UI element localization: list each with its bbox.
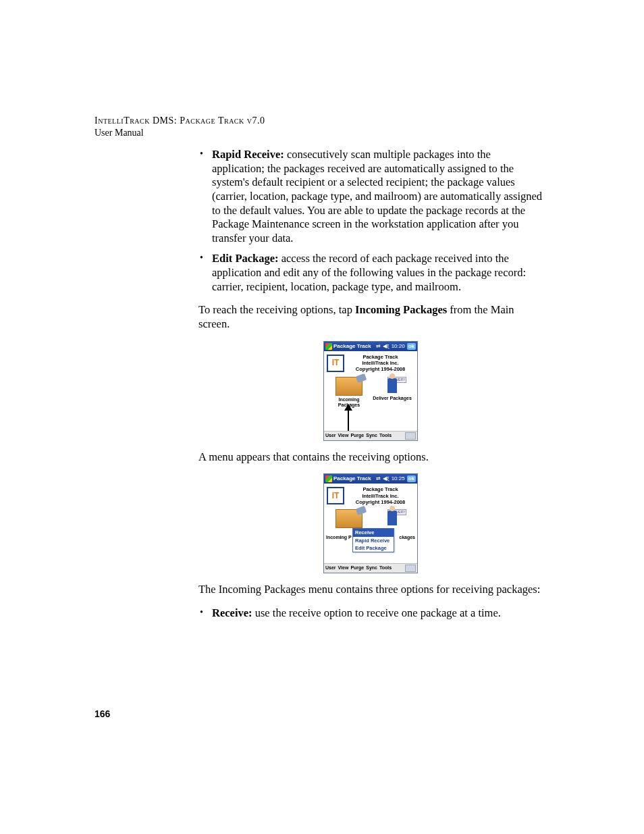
start-flag-icon <box>325 343 332 350</box>
bullet-lead: Rapid Receive: <box>212 148 284 161</box>
menu-sync[interactable]: Sync <box>366 565 377 571</box>
reach-pre: To reach the receiving options, tap <box>198 303 355 316</box>
copyright: Copyright 1994-2008 <box>346 499 414 505</box>
start-flag-icon <box>325 475 332 482</box>
deliver-packages-button[interactable]: DELIVERY Deliver Packages <box>373 377 412 409</box>
menu-view[interactable]: View <box>338 565 349 571</box>
bullet-rapid-receive: Rapid Receive: consecutively scan multip… <box>198 148 543 245</box>
volume-icon: ◀ξ <box>383 343 390 350</box>
pda-titlebar: Package Track ⇄ ◀ξ 10:20 ok <box>324 342 417 351</box>
copyright: Copyright 1994-2008 <box>346 366 414 372</box>
deliver-label: Deliver Packages <box>373 396 412 402</box>
pda-main-icons: Incoming Packages DELIVERY Deliver Packa… <box>327 377 414 409</box>
pda-clock: 10:25 <box>392 475 405 482</box>
pda-header-row: IT Package Track IntelliTrack Inc. Copyr… <box>327 354 414 373</box>
document-page: IntelliTrack DMS: Package Track v7.0 Use… <box>0 0 644 834</box>
reach-instruction: To reach the receiving options, tap Inco… <box>198 303 543 331</box>
incoming-packages-menu: Receive Rapid Receive Edit Package <box>352 528 394 552</box>
pda-menubar: User View Purge Sync Tools <box>324 431 417 440</box>
package-scanner-icon <box>336 509 363 528</box>
pda-header-row: IT Package Track IntelliTrack Inc. Copyr… <box>327 486 414 505</box>
pda-frame: Package Track ⇄ ◀ξ 10:25 ok IT Package T… <box>323 473 418 573</box>
deliver-packages-button[interactable]: DELIVERY <box>373 509 412 529</box>
pda-status-icons: ⇄ ◀ξ 10:25 ok <box>376 475 416 482</box>
intellitrack-logo-icon: IT <box>327 487 344 504</box>
bullet-lead: Receive: <box>212 606 252 619</box>
bullet-receive: Receive: use the receive option to recei… <box>198 606 543 621</box>
pda-body: IT Package Track IntelliTrack Inc. Copyr… <box>324 351 417 431</box>
bullet-text: consecutively scan multiple packages int… <box>212 148 542 244</box>
menu-purge[interactable]: Purge <box>350 433 364 439</box>
menu-item-rapid-receive[interactable]: Rapid Receive <box>353 537 394 544</box>
app-name: Package Track <box>346 354 414 360</box>
menu-item-edit-package[interactable]: Edit Package <box>353 544 394 552</box>
pda-frame: Package Track ⇄ ◀ξ 10:20 ok IT Package T… <box>323 341 418 441</box>
app-name: Package Track <box>346 486 414 492</box>
menu-view[interactable]: View <box>338 433 349 439</box>
content-area: Rapid Receive: consecutively scan multip… <box>198 148 543 620</box>
menu-purge[interactable]: Purge <box>350 565 364 571</box>
menu-item-receive[interactable]: Receive <box>353 529 394 536</box>
pda-titlebar: Package Track ⇄ ◀ξ 10:25 ok <box>324 474 417 484</box>
pda-title-text: Package Track <box>333 343 371 350</box>
menu-tools[interactable]: Tools <box>379 565 392 571</box>
pda-clock: 10:20 <box>392 343 405 350</box>
company-name: IntelliTrack Inc. <box>346 360 414 366</box>
bullet-edit-package: Edit Package: access the record of each … <box>198 252 543 294</box>
svg-marker-1 <box>344 404 352 411</box>
pda-header-text: Package Track IntelliTrack Inc. Copyrigh… <box>346 486 414 505</box>
header-subtitle: User Manual <box>95 127 543 139</box>
bullet-text: use the receive option to receive one pa… <box>252 606 501 619</box>
pda-header-text: Package Track IntelliTrack Inc. Copyrigh… <box>346 354 414 373</box>
running-header: IntelliTrack DMS: Package Track v7.0 Use… <box>95 115 543 138</box>
three-options-text: The Incoming Packages menu contains thre… <box>198 583 543 597</box>
menu-user[interactable]: User <box>325 433 336 439</box>
sync-icon: ⇄ <box>376 343 381 350</box>
page-number: 166 <box>95 708 110 719</box>
reach-bold: Incoming Packages <box>355 303 447 316</box>
ok-button[interactable]: ok <box>407 475 416 482</box>
sync-icon: ⇄ <box>376 475 381 482</box>
pda-body: IT Package Track IntelliTrack Inc. Copyr… <box>324 484 417 563</box>
menu-sync[interactable]: Sync <box>366 433 377 439</box>
keyboard-icon[interactable] <box>405 432 416 440</box>
menu-appears-text: A menu appears that contains the receivi… <box>198 450 543 465</box>
pda-main-icons: DELIVERY <box>327 509 414 529</box>
delivery-person-icon: DELIVERY <box>379 377 405 394</box>
top-bullet-list: Rapid Receive: consecutively scan multip… <box>198 148 543 294</box>
volume-icon: ◀ξ <box>383 475 390 482</box>
intellitrack-logo-icon: IT <box>327 355 344 372</box>
incoming-packages-button[interactable] <box>329 509 369 529</box>
figure-pda-menu: Package Track ⇄ ◀ξ 10:25 ok IT Package T… <box>198 473 543 573</box>
pda-status-icons: ⇄ ◀ξ 10:20 ok <box>376 343 416 350</box>
package-scanner-icon <box>336 377 363 396</box>
pda-title-text: Package Track <box>333 475 371 482</box>
keyboard-icon[interactable] <box>405 565 416 572</box>
bullet-lead: Edit Package: <box>212 252 279 265</box>
delivery-person-icon: DELIVERY <box>379 509 405 527</box>
pda-menubar: User View Purge Sync Tools <box>324 563 417 573</box>
header-title: IntelliTrack DMS: Package Track v7.0 <box>95 115 543 127</box>
figure-pda-main: Package Track ⇄ ◀ξ 10:20 ok IT Package T… <box>198 341 543 441</box>
ok-button[interactable]: ok <box>407 343 416 350</box>
menu-tools[interactable]: Tools <box>379 433 392 439</box>
menu-user[interactable]: User <box>325 565 336 571</box>
incoming-label-partial: Incoming P <box>326 535 352 541</box>
bottom-bullet-list: Receive: use the receive option to recei… <box>198 606 543 621</box>
company-name: IntelliTrack Inc. <box>346 493 414 499</box>
deliver-label-partial: ckages <box>399 535 415 541</box>
